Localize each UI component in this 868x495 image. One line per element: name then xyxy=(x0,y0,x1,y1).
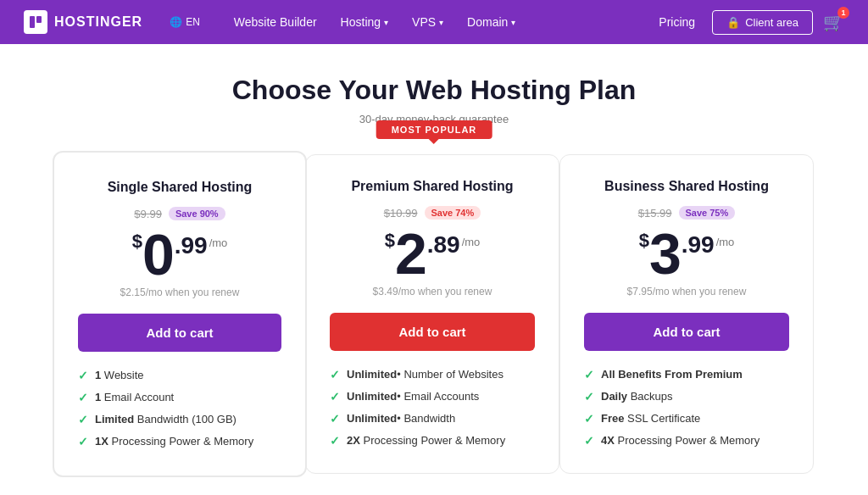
price-display: $ 0 .99 /mo xyxy=(78,225,281,283)
check-icon: ✓ xyxy=(78,413,88,426)
svg-rect-1 xyxy=(36,16,42,23)
features-list: ✓All Benefits From Premium ✓Daily Backup… xyxy=(584,368,789,448)
renew-price: $7.95/mo when you renew xyxy=(584,286,789,298)
nav-website-builder[interactable]: Website Builder xyxy=(234,15,317,29)
renew-price: $3.49/mo when you renew xyxy=(330,286,535,298)
check-icon: ✓ xyxy=(584,412,594,425)
list-item: ✓1 Website xyxy=(78,369,281,382)
plan-name: Business Shared Hosting xyxy=(584,179,789,194)
plan-price-row: $15.99 Save 75% xyxy=(584,206,789,220)
price-dollar: $ xyxy=(385,231,395,250)
plan-card-premium: Premium Shared Hosting $10.99 Save 74% $… xyxy=(305,154,559,474)
logo-icon xyxy=(24,10,47,34)
svg-rect-0 xyxy=(30,16,35,28)
price-main: 3 xyxy=(649,225,682,282)
add-to-cart-button-single[interactable]: Add to cart xyxy=(78,314,281,352)
price-decimal: .99 xyxy=(175,234,208,258)
nav-domain[interactable]: Domain ▾ xyxy=(467,15,515,29)
navbar: HOSTINGER 🌐 EN Website Builder Hosting ▾… xyxy=(0,0,868,44)
most-popular-badge: MOST POPULAR xyxy=(376,120,492,139)
chevron-down-icon: ▾ xyxy=(439,18,443,27)
page-title: Choose Your Web Hosting Plan xyxy=(0,75,868,106)
features-list: ✓1 Website ✓1 Email Account ✓Limited Ban… xyxy=(78,369,281,448)
price-per: /mo xyxy=(209,237,228,248)
save-badge: Save 74% xyxy=(425,206,481,220)
plan-price-row: $10.99 Save 74% xyxy=(330,206,535,220)
client-area-button[interactable]: 🔒 Client area xyxy=(712,10,813,35)
price-decimal: .89 xyxy=(427,233,460,257)
logo-text: HOSTINGER xyxy=(54,14,142,30)
features-list: ✓Unlimited• Number of Websites ✓Unlimite… xyxy=(330,368,535,448)
price-main: 2 xyxy=(395,225,427,282)
price-per: /mo xyxy=(716,236,735,248)
list-item: ✓4X Processing Power & Memory xyxy=(584,434,789,448)
nav-vps[interactable]: VPS ▾ xyxy=(412,15,443,29)
price-decimal: .99 xyxy=(682,233,715,257)
old-price: $10.99 xyxy=(384,207,418,220)
check-icon: ✓ xyxy=(78,391,88,404)
cart-button[interactable]: 🛒 1 xyxy=(823,12,844,32)
list-item: ✓1X Processing Power & Memory xyxy=(78,435,281,448)
list-item: ✓Free SSL Certificate xyxy=(584,412,789,425)
logo[interactable]: HOSTINGER xyxy=(24,10,142,34)
check-icon: ✓ xyxy=(330,412,340,425)
price-main: 0 xyxy=(142,225,175,283)
add-to-cart-button-business[interactable]: Add to cart xyxy=(584,313,789,351)
check-icon: ✓ xyxy=(584,434,594,448)
plan-price-row: $9.99 Save 90% xyxy=(78,207,281,220)
nav-right: 🔒 Client area 🛒 1 xyxy=(712,10,844,35)
plan-name: Single Shared Hosting xyxy=(78,180,281,195)
lock-icon: 🔒 xyxy=(726,16,740,29)
nav-links: Website Builder Hosting ▾ VPS ▾ Domain ▾ xyxy=(234,15,659,29)
check-icon: ✓ xyxy=(330,368,340,381)
price-per: /mo xyxy=(462,236,481,248)
globe-icon: 🌐 xyxy=(170,16,182,28)
chevron-down-icon: ▾ xyxy=(384,18,388,27)
nav-pricing[interactable]: Pricing xyxy=(659,15,695,29)
renew-price: $2.15/mo when you renew xyxy=(78,286,281,298)
plan-card-single: Single Shared Hosting $9.99 Save 90% $ 0… xyxy=(53,151,307,477)
check-icon: ✓ xyxy=(584,390,594,403)
list-item: ✓2X Processing Power & Memory xyxy=(330,434,535,448)
list-item: ✓All Benefits From Premium xyxy=(584,368,789,381)
save-badge: Save 90% xyxy=(169,207,225,220)
check-icon: ✓ xyxy=(584,368,594,381)
language-label: EN xyxy=(186,16,200,28)
list-item: ✓Unlimited• Email Accounts xyxy=(330,390,535,403)
language-selector[interactable]: 🌐 EN xyxy=(170,16,200,28)
chevron-down-icon: ▾ xyxy=(511,18,515,27)
list-item: ✓1 Email Account xyxy=(78,391,281,404)
plans-section: MOST POPULAR Single Shared Hosting $9.99… xyxy=(0,154,868,495)
check-icon: ✓ xyxy=(330,434,340,448)
nav-hosting[interactable]: Hosting ▾ xyxy=(341,15,388,29)
list-item: ✓Limited Bandwidth (100 GB) xyxy=(78,413,281,426)
list-item: ✓Unlimited• Bandwidth xyxy=(330,412,535,425)
list-item: ✓Unlimited• Number of Websites xyxy=(330,368,535,381)
check-icon: ✓ xyxy=(78,369,88,382)
check-icon: ✓ xyxy=(330,390,340,403)
list-item: ✓Daily Backups xyxy=(584,390,789,403)
old-price: $9.99 xyxy=(134,208,162,220)
save-badge: Save 75% xyxy=(679,206,736,220)
price-display: $ 2 .89 /mo xyxy=(330,225,535,282)
add-to-cart-button-premium[interactable]: Add to cart xyxy=(330,313,535,351)
price-dollar: $ xyxy=(639,231,649,250)
plan-card-business: Business Shared Hosting $15.99 Save 75% … xyxy=(559,154,814,474)
cart-badge: 1 xyxy=(837,7,849,19)
price-dollar: $ xyxy=(132,232,142,251)
price-display: $ 3 .99 /mo xyxy=(584,225,789,282)
check-icon: ✓ xyxy=(78,435,88,448)
plan-name: Premium Shared Hosting xyxy=(330,179,535,194)
old-price: $15.99 xyxy=(638,207,672,220)
